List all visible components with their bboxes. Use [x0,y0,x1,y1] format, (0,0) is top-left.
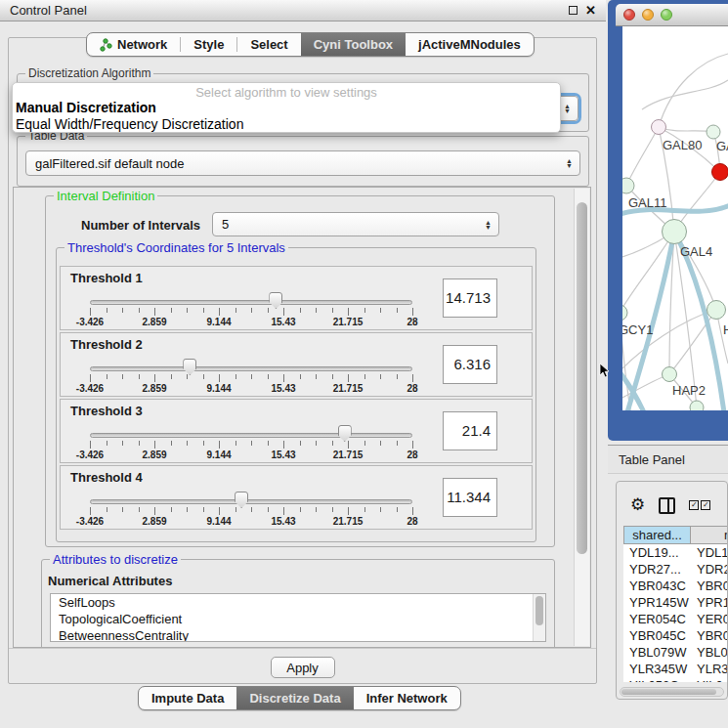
column-header-name[interactable]: n [691,526,728,544]
threshold-slider-thumb[interactable] [338,425,352,442]
threshold-slider-thumb[interactable] [183,359,196,375]
table-row[interactable]: YPR145WYPR1 [623,594,728,611]
network-node[interactable] [712,164,728,181]
table-cell[interactable]: YDR27... [623,561,691,578]
table-cell[interactable]: YBR043C [623,578,691,594]
popup-option-manual-discretization[interactable]: Manual Discretization [13,100,560,116]
float-window-icon[interactable] [569,6,578,15]
network-node[interactable] [707,125,720,139]
table-row[interactable]: YBR043CYBR0 [623,578,728,594]
axis-tick [187,507,188,512]
threshold-row-2: Threshold 26.316-3.4262.8599.14415.4321.… [60,332,533,397]
network-node[interactable] [622,305,627,321]
popup-option-equal-width-frequency[interactable]: Equal Width/Frequency Discretization [13,116,560,133]
table-row[interactable]: YBL079WYBL0 [623,644,728,661]
table-row[interactable]: YER054CYER0 [623,611,728,627]
attribute-list-item[interactable]: SelfLoops [51,594,545,611]
table-hscroll-thumb[interactable] [621,689,716,695]
axis-tick [268,374,269,379]
table-cell[interactable]: YPR145W [623,594,691,611]
table-row[interactable]: YIL052CYIL0 [623,677,728,682]
table-row[interactable]: YBR045CYBR0 [623,627,728,644]
checkbox-icon[interactable]: ✓ [701,500,710,510]
network-node[interactable] [690,401,704,410]
attribute-list-item[interactable]: BetweennessCentrality [51,627,545,642]
num-intervals-select[interactable]: 5 ▲▼ [212,212,499,236]
network-canvas[interactable]: GAL80GAGAL11GAL4GCY1HHAP2 [622,26,728,410]
attribute-list-item[interactable]: TopologicalCoefficient [51,611,545,627]
split-view-icon[interactable] [659,497,675,514]
table-cell[interactable]: YLR345W [623,661,691,677]
close-icon[interactable]: ✕ [585,6,596,16]
panel-scrollbar-thumb[interactable] [577,202,587,554]
network-node[interactable] [707,301,726,320]
threshold-slider-track[interactable] [90,300,412,305]
tab-impute-data[interactable]: Impute Data [139,687,236,709]
threshold-value-field[interactable]: 21.4 [443,411,497,450]
tab-select[interactable]: Select [237,33,300,56]
axis-tick [107,507,107,512]
network-node[interactable] [622,178,634,193]
table-cell[interactable]: YER0 [691,611,728,627]
table-cell[interactable]: YLR3 [691,661,728,677]
network-window-titlebar[interactable] [616,4,728,26]
table-cell[interactable]: YDL1 [691,544,728,561]
table-cell[interactable]: YBL0 [691,644,728,661]
threshold-value-field[interactable]: 6.316 [443,345,497,384]
tab-cyni-toolbox[interactable]: Cyni Toolbox [301,33,406,56]
threshold-slider-track[interactable] [90,499,412,504]
attribute-list-scrollbar[interactable] [533,594,545,641]
axis-tick [348,507,349,515]
column-visibility-icons[interactable]: ✓ ✓ [689,500,710,510]
axis-tick [300,308,301,313]
threshold-label: Threshold 4 [70,470,143,485]
threshold-slider-thumb[interactable] [269,292,282,309]
table-panel-header: Table Panel [608,445,728,474]
gear-icon[interactable]: ⚙ [630,496,645,514]
table-row[interactable]: YDL19...YDL1 [623,544,728,561]
tab-infer-network[interactable]: Infer Network [354,687,460,709]
attributes-group: Attributes to discretize Numerical Attri… [41,559,555,648]
table-data-select[interactable]: galFiltered.sif default node ▲▼ [25,150,580,176]
threshold-value-field[interactable]: 11.344 [443,478,497,517]
table-cell[interactable]: YDL19... [623,544,691,561]
tab-style[interactable]: Style [181,33,236,56]
column-header-shared-name[interactable]: shared... [623,526,691,544]
thresholds-group-label: Threshold's Coordinates for 5 Intervals [64,240,288,255]
tab-jactivemnodules[interactable]: jActiveMNodules [406,33,534,56]
network-node[interactable] [663,367,677,382]
table-horizontal-scrollbar[interactable] [620,687,724,697]
table-cell[interactable]: YBR045C [623,627,691,644]
threshold-value-field[interactable]: 14.713 [443,278,497,318]
tab-discretize-data[interactable]: Discretize Data [236,687,353,709]
table-row[interactable]: YDR27...YDR2 [623,561,728,578]
axis-tick-label: 21.715 [333,450,364,460]
table-cell[interactable]: YBL079W [623,644,691,661]
minimize-traffic-light[interactable] [642,9,654,21]
axis-tick [154,441,155,449]
panel-scrollbar[interactable] [574,189,589,646]
threshold-slider-track[interactable] [90,366,412,371]
table-cell[interactable]: YPR1 [691,594,728,611]
table-row[interactable]: YLR345WYLR3 [623,661,728,677]
threshold-slider-thumb[interactable] [235,492,248,508]
table-cell[interactable]: YBR0 [691,627,728,644]
tab-network[interactable]: Network [87,33,180,56]
axis-tick [316,374,317,379]
node-label-hap2: HAP2 [672,383,706,398]
table-cell[interactable]: YDR2 [691,561,728,578]
axis-tick [268,441,269,446]
table-cell[interactable]: YBR0 [691,578,728,594]
network-node[interactable] [652,120,666,135]
table-cell[interactable]: YIL0 [691,677,728,682]
table-cell[interactable]: YER054C [623,611,691,627]
axis-tick [364,441,365,446]
threshold-slider-track[interactable] [90,433,412,438]
table-cell[interactable]: YIL052C [623,677,691,682]
axis-tick [380,308,381,313]
close-traffic-light[interactable] [623,9,635,21]
network-node[interactable] [663,220,687,244]
apply-button[interactable]: Apply [271,657,335,678]
zoom-traffic-light[interactable] [661,9,672,21]
checkbox-icon[interactable]: ✓ [689,500,699,510]
